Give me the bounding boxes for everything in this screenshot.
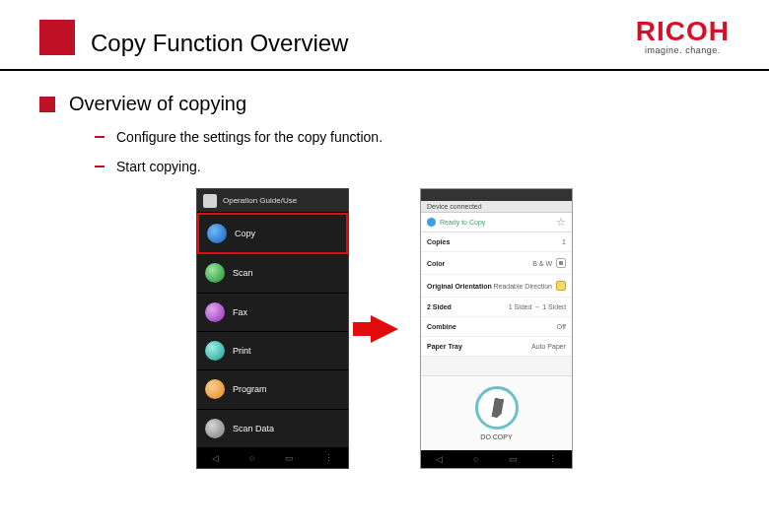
star-icon: [205, 379, 225, 399]
menu-label: Copy: [235, 229, 255, 238]
recent-icon[interactable]: ▭: [509, 454, 518, 464]
logo-text: RICOH: [636, 16, 730, 47]
start-area: DO COPY: [421, 375, 572, 450]
menu-item-scan-data[interactable]: Scan Data: [197, 410, 348, 448]
setting-label: Color: [427, 260, 445, 267]
setting-value: Readable Direction: [493, 283, 552, 290]
status-text: Ready to Copy: [440, 219, 485, 226]
android-nav-bar: ◁ ○ ▭ ⋮: [421, 450, 572, 468]
app-name: Operation Guide/Use: [223, 196, 297, 205]
app-header: Operation Guide/Use: [197, 189, 348, 213]
setting-label: Paper Tray: [427, 343, 462, 350]
setting-value: Off: [557, 323, 566, 330]
arrow-right-icon: [371, 315, 398, 343]
section-bullet-icon: [39, 97, 55, 112]
bullet-item: Start copying.: [95, 159, 730, 174]
bullet-list: Configure the settings for the copy func…: [95, 129, 730, 174]
home-icon[interactable]: ○: [249, 453, 254, 463]
menu-item-program[interactable]: Program: [197, 370, 348, 409]
setting-row-two-sided[interactable]: 2 Sided 1 Sided → 1 Sided: [421, 298, 572, 317]
menu-item-print[interactable]: Print: [197, 332, 348, 370]
menu-label: Scan: [233, 268, 253, 278]
setting-row-combine[interactable]: Combine Off: [421, 317, 572, 337]
setting-label: Copies: [427, 238, 450, 245]
setting-value: Auto Paper: [531, 343, 566, 350]
screenshot-right: Device connected Ready to Copy ☆ Copies …: [420, 188, 573, 469]
setting-row-paper-tray[interactable]: Paper Tray Auto Paper: [421, 337, 572, 357]
recent-icon[interactable]: ▭: [285, 453, 294, 463]
setting-label: Combine: [427, 323, 456, 330]
logo-tagline: imagine. change.: [636, 45, 730, 55]
menu-item-scan[interactable]: Scan: [197, 254, 348, 293]
setting-row-copies[interactable]: Copies 1: [421, 233, 572, 252]
back-icon[interactable]: ◁: [212, 453, 219, 463]
menu-item-fax[interactable]: Fax: [197, 294, 348, 332]
menu-label: Fax: [233, 307, 247, 317]
start-copy-button[interactable]: [475, 386, 519, 430]
dash-icon: [95, 166, 105, 167]
brand-logo: RICOH imagine. change.: [636, 16, 730, 55]
title-square-icon: [39, 20, 75, 55]
menu-label: Scan Data: [233, 424, 274, 433]
menu-label: Print: [233, 346, 251, 356]
status-dot-icon: [427, 218, 436, 227]
copy-icon: [207, 224, 227, 243]
android-status-bar: [421, 189, 572, 201]
setting-value: 1 Sided → 1 Sided: [509, 303, 566, 310]
app-icon: [203, 194, 217, 208]
bullet-item: Configure the settings for the copy func…: [95, 129, 730, 145]
orientation-badge-icon: [556, 281, 566, 291]
fax-icon: [205, 302, 225, 322]
content-area: Overview of copying Configure the settin…: [0, 71, 769, 469]
bw-badge-icon: [556, 258, 566, 268]
bullet-text: Configure the settings for the copy func…: [116, 129, 383, 145]
page-title: Copy Function Overview: [91, 30, 348, 57]
folder-icon: [205, 419, 225, 438]
empty-space: [421, 357, 572, 375]
home-icon[interactable]: ○: [473, 454, 478, 464]
setting-row-color[interactable]: Color B & W: [421, 252, 572, 275]
bullet-text: Start copying.: [116, 159, 201, 174]
screen-title: Device connected: [421, 201, 572, 213]
menu-list: Copy Scan Fax Print Program: [197, 213, 348, 448]
menu-label: Program: [233, 384, 267, 394]
setting-value: 1: [562, 238, 566, 245]
setting-value: B & W: [532, 260, 552, 267]
menu-icon[interactable]: ⋮: [548, 454, 557, 464]
print-icon: [205, 341, 225, 361]
setting-row-orientation[interactable]: Original Orientation Readable Direction: [421, 275, 572, 298]
document-icon: [487, 397, 506, 419]
menu-icon[interactable]: ⋮: [324, 453, 333, 463]
setting-label: 2 Sided: [427, 303, 452, 310]
dash-icon: [95, 136, 105, 138]
slide-header: Copy Function Overview RICOH imagine. ch…: [0, 0, 769, 71]
favorite-star-icon[interactable]: ☆: [556, 216, 566, 229]
section-title: Overview of copying: [69, 93, 246, 115]
screenshot-left: Operation Guide/Use Copy Scan Fax Print: [196, 188, 349, 469]
scan-icon: [205, 263, 225, 283]
back-icon[interactable]: ◁: [436, 454, 443, 464]
menu-item-copy[interactable]: Copy: [197, 213, 348, 254]
start-copy-label: DO COPY: [480, 433, 512, 440]
setting-label: Original Orientation: [427, 283, 492, 290]
status-row: Ready to Copy ☆: [421, 213, 572, 233]
android-nav-bar: ◁ ○ ▭ ⋮: [197, 448, 348, 468]
